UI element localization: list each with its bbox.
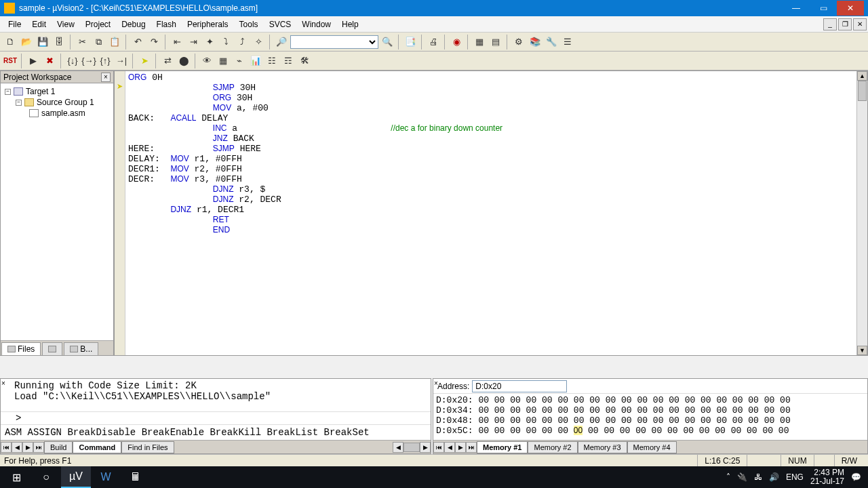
reset-icon[interactable]: RST: [3, 54, 18, 68]
tab-build[interactable]: Build: [44, 441, 73, 453]
mem-tab-next-icon[interactable]: ▶: [455, 442, 466, 453]
tray-power-icon[interactable]: 🔌: [737, 472, 747, 482]
scroll-up-icon[interactable]: ▲: [857, 71, 867, 81]
tab-find-in-files[interactable]: Find in Files: [121, 441, 174, 453]
config-icon[interactable]: ⚙: [511, 35, 526, 49]
paste-icon[interactable]: 📋: [107, 35, 122, 49]
toolbox-icon[interactable]: 🛠: [297, 54, 312, 68]
tab-next-icon[interactable]: ▶: [22, 442, 33, 453]
save-all-icon[interactable]: 🗄: [52, 35, 66, 49]
run-to-cursor-icon[interactable]: →|: [114, 54, 129, 68]
window-tile-icon[interactable]: ▦: [472, 35, 487, 49]
menu-file[interactable]: File: [3, 18, 26, 31]
menu-flash[interactable]: Flash: [151, 18, 182, 31]
run-icon[interactable]: ▶: [26, 54, 41, 68]
tab-books[interactable]: B...: [64, 342, 98, 355]
books-icon[interactable]: 📚: [528, 35, 542, 49]
tab-memory-3[interactable]: Memory #3: [578, 441, 627, 453]
options-icon[interactable]: ☰: [560, 35, 575, 49]
tab-first-icon[interactable]: ⏮: [1, 442, 12, 453]
mem-tab-last-icon[interactable]: ⏭: [466, 442, 477, 453]
indent-right-icon[interactable]: ⇥: [186, 35, 201, 49]
tray-network-icon[interactable]: 🖧: [754, 472, 762, 482]
mem-tab-prev-icon[interactable]: ◀: [444, 442, 455, 453]
menu-tools[interactable]: Tools: [234, 18, 264, 31]
disasm-icon[interactable]: ⇄: [160, 54, 175, 68]
bookmark-toggle-icon[interactable]: ✦: [202, 35, 217, 49]
close-button[interactable]: ✕: [837, 1, 864, 16]
new-file-icon[interactable]: 🗋: [3, 35, 18, 49]
tree-file[interactable]: sample.asm: [3, 108, 111, 119]
mdi-restore-button[interactable]: ❐: [838, 18, 852, 30]
tab-memory-1[interactable]: Memory #1: [477, 441, 528, 453]
menu-project[interactable]: Project: [80, 18, 116, 31]
start-button[interactable]: ⊞: [1, 466, 31, 488]
memory-win-icon[interactable]: ▦: [216, 54, 231, 68]
tab-last-icon[interactable]: ⏭: [33, 442, 44, 453]
command-prompt[interactable]: >: [1, 411, 431, 424]
memory-dump[interactable]: D:0x20: 00 00 00 00 00 00 00 00 00 00 00…: [433, 394, 867, 440]
tab-files[interactable]: Files: [1, 342, 41, 355]
tree-group[interactable]: − Source Group 1: [3, 97, 111, 108]
incremental-find-icon[interactable]: 📑: [403, 35, 418, 49]
editor-vscrollbar[interactable]: ▲ ▼: [856, 71, 867, 355]
indent-left-icon[interactable]: ⇤: [170, 35, 184, 49]
watch-icon[interactable]: 👁: [199, 54, 214, 68]
hscroll-left-icon[interactable]: ◀: [393, 442, 403, 453]
taskbar-word-icon[interactable]: W: [91, 466, 121, 488]
project-tree[interactable]: − Target 1 − Source Group 1 sample.asm: [1, 83, 113, 340]
tray-clock[interactable]: 2:43 PM 21-Jul-17: [810, 468, 844, 486]
find-combo[interactable]: [290, 35, 378, 49]
tab-memory-4[interactable]: Memory #4: [627, 441, 677, 453]
tab-regs[interactable]: [42, 342, 62, 355]
redo-icon[interactable]: ↷: [146, 35, 161, 49]
save-icon[interactable]: 💾: [35, 35, 50, 49]
step-over-icon[interactable]: {→}: [81, 54, 96, 68]
menu-window[interactable]: Window: [296, 18, 336, 31]
analyzer-icon[interactable]: 📊: [248, 54, 263, 68]
tab-prev-icon[interactable]: ◀: [12, 442, 22, 453]
output-close-button[interactable]: ×: [1, 380, 9, 388]
coverage-icon[interactable]: ☶: [281, 54, 296, 68]
window-cascade-icon[interactable]: ▤: [488, 35, 503, 49]
tree-target[interactable]: − Target 1: [3, 86, 111, 97]
step-out-icon[interactable]: {↑}: [98, 54, 113, 68]
serial-icon[interactable]: ⌁: [232, 54, 247, 68]
debug-start-icon[interactable]: ◉: [449, 35, 464, 49]
menu-edit[interactable]: Edit: [26, 18, 52, 31]
tab-command[interactable]: Command: [73, 441, 121, 453]
perf-icon[interactable]: ☷: [264, 54, 279, 68]
find-in-files-icon[interactable]: 🔎: [274, 35, 289, 49]
stop-icon[interactable]: ✖: [42, 54, 57, 68]
address-input[interactable]: [472, 380, 567, 392]
tab-memory-2[interactable]: Memory #2: [528, 441, 577, 453]
tray-volume-icon[interactable]: 🔊: [769, 472, 779, 482]
code-editor[interactable]: ORG 0H SJMP 30H ORG 30H MOV a, #00 BACK:…: [125, 71, 856, 355]
bookmark-clear-icon[interactable]: ✧: [251, 35, 266, 49]
menu-debug[interactable]: Debug: [116, 18, 151, 31]
taskbar-calculator-icon[interactable]: 🖩: [121, 466, 151, 488]
hscroll-right-icon[interactable]: ▶: [420, 442, 431, 453]
minimize-button[interactable]: —: [783, 1, 810, 16]
memory-close-button[interactable]: ×: [434, 380, 442, 388]
tray-up-icon[interactable]: ˄: [726, 472, 730, 482]
mdi-close-button[interactable]: ✕: [853, 18, 867, 30]
undo-icon[interactable]: ↶: [130, 35, 145, 49]
mem-tab-first-icon[interactable]: ⏮: [433, 442, 444, 453]
expand-icon[interactable]: −: [5, 89, 11, 95]
open-file-icon[interactable]: 📂: [19, 35, 34, 49]
scroll-down-icon[interactable]: ▼: [857, 346, 867, 355]
breakpoint-icon[interactable]: ⬤: [176, 54, 191, 68]
print-icon[interactable]: 🖨: [426, 35, 441, 49]
bookmark-next-icon[interactable]: ⤵: [218, 35, 233, 49]
maximize-button[interactable]: ▭: [810, 1, 837, 16]
tray-notifications-icon[interactable]: 💬: [851, 472, 861, 482]
scroll-thumb[interactable]: [858, 81, 867, 101]
workspace-close-button[interactable]: ×: [101, 73, 111, 82]
mdi-minimize-button[interactable]: _: [823, 18, 837, 30]
menu-svcs[interactable]: SVCS: [264, 18, 297, 31]
cortana-icon[interactable]: ○: [31, 466, 61, 488]
cut-icon[interactable]: ✂: [75, 35, 90, 49]
copy-icon[interactable]: ⧉: [91, 35, 106, 49]
menu-help[interactable]: Help: [336, 18, 364, 31]
